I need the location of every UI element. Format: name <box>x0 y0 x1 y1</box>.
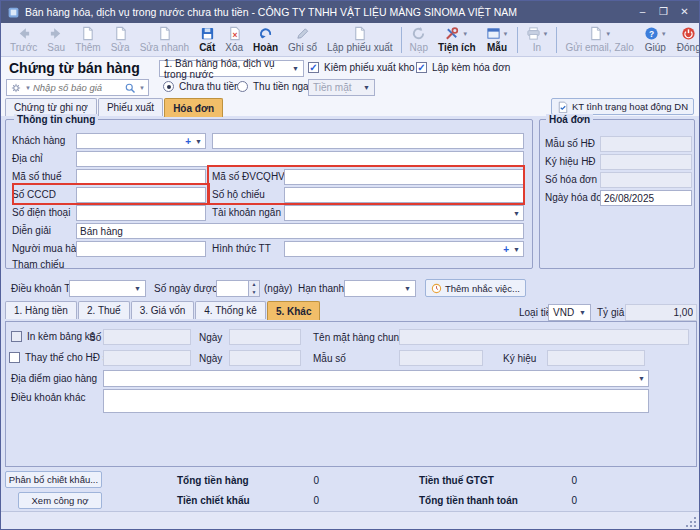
close-button[interactable]: ✕ <box>676 4 693 20</box>
so-cccd-input[interactable] <box>76 187 206 203</box>
dropdown-caret-icon: ▼ <box>605 31 611 37</box>
toolbar-button-giup[interactable]: ?▼ Giúp <box>639 24 672 56</box>
toolbar-button-them[interactable]: Thêm <box>70 24 106 56</box>
xem-cong-no-button[interactable]: Xem công nợ <box>18 492 102 509</box>
so-hoa-don-input <box>600 172 692 188</box>
tab-thong-ke[interactable]: 4. Thống kê <box>195 301 266 319</box>
loai-tien-select[interactable]: VND▼ <box>548 304 591 321</box>
toolbar-separator <box>401 27 402 53</box>
add-icon[interactable]: + <box>503 244 509 255</box>
document-check-icon <box>557 101 569 113</box>
ma-so-dvcqhvns-input[interactable] <box>284 169 524 185</box>
checkbox-checked-icon: ✓ <box>416 62 427 73</box>
dieu-khoan-khac-textarea[interactable] <box>103 389 649 413</box>
dia-chi-input[interactable] <box>76 151 524 167</box>
ma-so-thue-input[interactable] <box>76 169 206 185</box>
so-dien-thoai-input[interactable] <box>76 205 206 221</box>
toolbar-button-nap[interactable]: Nạp <box>405 24 433 56</box>
tien-mat-select: Tiền mặt▼ <box>308 79 375 96</box>
toolbar-button-sau[interactable]: Sau <box>42 24 70 56</box>
toolbar-button-tien-ich[interactable]: ▼ Tiện ích <box>433 24 481 56</box>
khach-hang-combo[interactable]: +▼ <box>76 133 206 149</box>
them-nhac-viec-button[interactable]: Thêm nhắc việc... <box>425 279 526 297</box>
toolbar-button-in[interactable]: ▼ In <box>521 24 554 56</box>
tab-khac[interactable]: 5. Khác <box>267 301 321 320</box>
resize-grip[interactable] <box>684 515 696 527</box>
chua-thu-tien-radio[interactable]: Chưa thu tiền <box>163 81 240 92</box>
tab-thue[interactable]: 2. Thuế <box>78 301 130 319</box>
search-icon <box>124 82 136 94</box>
chevron-down-icon: ▼ <box>195 138 202 145</box>
chevron-down-icon: ▼ <box>359 84 370 91</box>
general-info-legend: Thông tin chung <box>14 114 98 125</box>
mau-so-hd-label: Mẫu số HĐ <box>545 138 595 149</box>
dieu-khoan-tt-select[interactable]: ▼ <box>69 280 146 297</box>
in-kem-bang-ke-checkbox[interactable]: In kèm bảng kê <box>11 331 95 342</box>
ten-mat-hang-chung-input <box>399 329 689 345</box>
toolbar-button-lap-phieu-xuat[interactable]: Lập phiếu xuất <box>322 24 398 56</box>
ngay-hoa-don-input[interactable] <box>600 190 692 206</box>
minimize-button[interactable]: – <box>634 4 651 20</box>
dropdown-caret-icon: ▼ <box>543 31 549 37</box>
kt-tinh-trang-button[interactable]: KT tình trạng hoạt động DN <box>551 98 694 115</box>
toolbar-button-gui-email-zalo[interactable]: ▼ Gửi email, Zalo <box>560 24 638 56</box>
han-thanh-toan-select[interactable]: ▼ <box>344 280 416 297</box>
so-ho-chieu-label: Số hộ chiếu <box>212 189 265 200</box>
pencil-icon <box>295 26 310 41</box>
dia-diem-giao-hang-combo[interactable]: ▼ <box>103 370 649 387</box>
toolbar-button-sua[interactable]: Sửa <box>106 24 135 56</box>
toolbar: Trước Sau Thêm Sửa Sửa nhanh Cất × Xóa H <box>1 23 699 57</box>
thay-the-cho-hd-so-checkbox[interactable]: Thay thế cho HĐ số <box>9 352 113 363</box>
kiem-phieu-xuat-kho-checkbox[interactable]: ✓ Kiêm phiếu xuất kho <box>308 62 415 73</box>
maximize-button[interactable]: ❐ <box>655 4 672 20</box>
undo-icon <box>258 26 273 41</box>
phan-bo-chiet-khau-button[interactable]: Phân bổ chiết khấu... <box>5 471 102 488</box>
svg-text:×: × <box>232 30 237 40</box>
radio-selected-icon <box>163 81 174 92</box>
refresh-icon <box>411 26 426 41</box>
ky-hieu-hd-input <box>600 154 692 170</box>
tien-chiet-khau-label: Tiền chiết khấu <box>177 495 250 506</box>
dien-giai-label: Diễn giải <box>12 225 51 236</box>
quote-search-box[interactable]: ▼ ▼ <box>6 79 149 96</box>
tai-khoan-ngan-hang-combo[interactable]: ▼ <box>284 205 524 221</box>
toolbar-button-xoa[interactable]: × Xóa <box>220 24 248 56</box>
dien-giai-input[interactable] <box>76 223 524 239</box>
thu-tien-ngay-radio[interactable]: Thu tiền ngay <box>237 81 314 92</box>
search-input[interactable] <box>33 82 122 93</box>
bang-ke-so-input <box>103 329 191 345</box>
page-title: Chứng từ bán hàng <box>9 60 140 76</box>
spin-down-icon[interactable]: ▼ <box>249 289 259 297</box>
dia-diem-giao-hang-label: Địa điểm giao hàng <box>11 373 97 384</box>
tab-phieu-xuat[interactable]: Phiếu xuất <box>98 98 163 116</box>
tab-gia-von[interactable]: 3. Giá vốn <box>131 301 195 319</box>
khach-hang-name-input[interactable] <box>212 133 524 149</box>
spin-up-icon[interactable]: ▲ <box>249 281 259 289</box>
tab-hoa-don[interactable]: Hóa đơn <box>164 98 223 117</box>
so-ho-chieu-input[interactable] <box>284 187 524 203</box>
toolbar-separator <box>556 27 557 53</box>
tab-hang-tien[interactable]: 1. Hàng tiền <box>5 301 77 319</box>
dropdown-caret-icon: ▼ <box>503 31 509 37</box>
save-floppy-icon <box>200 26 215 41</box>
toolbar-button-hoan[interactable]: Hoàn <box>248 24 283 56</box>
toolbar-button-truoc[interactable]: Trước <box>5 24 42 56</box>
toolbar-button-ghi-so[interactable]: Ghi sổ <box>283 24 322 56</box>
toolbar-button-mau[interactable]: ▼ Mẫu <box>481 24 514 56</box>
doc-type-select[interactable]: 1. Bán hàng hóa, dịch vụ trong nước▼ <box>159 60 304 77</box>
document-add-icon <box>80 26 95 41</box>
titlebar: Bán hàng hóa, dịch vụ trong nước chưa th… <box>1 1 699 23</box>
hinh-thuc-tt-combo[interactable]: +▼ <box>284 241 524 257</box>
so-dien-thoai-label: Số điện thoại <box>12 207 70 218</box>
toolbar-button-cat[interactable]: Cất <box>194 24 220 56</box>
bang-ke-ngay-input <box>229 329 301 345</box>
add-icon[interactable]: + <box>185 136 191 147</box>
toolbar-button-sua-nhanh[interactable]: Sửa nhanh <box>135 24 195 56</box>
lap-kem-hoa-don-checkbox[interactable]: ✓ Lập kèm hóa đơn <box>416 62 510 73</box>
chevron-down-icon: ▼ <box>400 285 411 292</box>
app-window: Bán hàng hóa, dịch vụ trong nước chưa th… <box>0 0 700 530</box>
so-ngay-duoc-no-spinner[interactable]: ▲▼ <box>216 280 260 297</box>
chevron-down-icon: ▼ <box>638 375 645 382</box>
nguoi-mua-hang-input[interactable] <box>76 241 206 257</box>
toolbar-button-dong[interactable]: Đóng <box>672 24 700 56</box>
